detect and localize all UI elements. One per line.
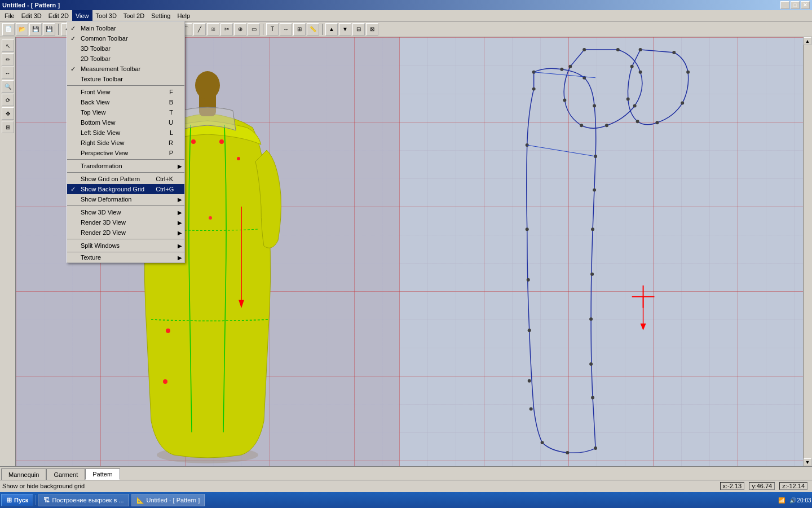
join-btn[interactable]: ⊕ [234,23,246,36]
menu-perspective-view[interactable]: Perspective ViewP [67,148,184,158]
svg-line-43 [527,145,595,156]
svg-point-3 [191,139,196,144]
menu-bottom-view[interactable]: Bottom ViewU [67,117,184,128]
sidebar-extra[interactable]: ⊞ [2,121,14,133]
flatten2-btn[interactable]: ⊠ [366,23,378,36]
titlebar-controls: _ □ ✕ [780,1,810,9]
menu-show-3d-view[interactable]: Show 3D View ▶ [67,207,184,217]
tab-pattern[interactable]: Pattern [85,468,120,480]
tray-clock: 20:03 [800,496,809,505]
app2-label: Untitled - [ Pattern ] [147,497,200,503]
sidebar-pan[interactable]: ✥ [2,107,14,120]
flatten-btn[interactable]: ⊟ [352,23,365,36]
down-btn[interactable]: ▼ [339,23,351,36]
coord-y: y:46.74 [749,482,775,490]
menu-edit2d[interactable]: Edit 2D [45,10,72,21]
menu-tool2d[interactable]: Tool 2D [120,10,148,21]
scroll-down[interactable]: ▼ [804,458,811,466]
svg-point-48 [593,189,596,192]
menu-view[interactable]: View [72,10,92,21]
menu-render-2d-view[interactable]: Render 2D View ▶ [67,227,184,238]
menu-split-windows[interactable]: Split Windows ▶ [67,240,184,251]
split-windows-section: Split Windows ▶ [67,239,184,252]
ruler-btn[interactable]: 📏 [307,23,319,36]
toolbar-section: ✓ Main Toolbar ✓ Common Toolbar 3D Toolb… [67,22,184,86]
coord-z: z:-12.14 [779,482,807,490]
line-btn[interactable]: ╱ [193,23,206,36]
svg-point-22 [686,71,690,74]
menu-show-grid-pattern[interactable]: Show Grid on PatternCtrl+K [67,174,184,184]
erase-btn[interactable]: ▭ [248,23,260,36]
menu-render-3d-view[interactable]: Render 3D View ▶ [67,217,184,227]
text-btn[interactable]: T [266,23,279,36]
save-button[interactable]: 💾 [29,23,42,36]
tray-network[interactable]: 📶 [777,496,786,505]
menu-transformation[interactable]: Transformation ▶ [67,161,184,171]
scroll-up[interactable]: ▲ [804,37,811,45]
render-section: Show 3D View ▶ Render 3D View ▶ Render 2… [67,206,184,239]
menu-setting[interactable]: Setting [148,10,174,21]
taskbar-sep1 [36,495,36,505]
taskbar-app2[interactable]: 📐 Untitled - [ Pattern ] [131,494,205,506]
sidebar-zoom[interactable]: 🔍 [2,80,14,93]
measure-btn[interactable]: ↔ [280,23,292,36]
new-button[interactable]: 📄 [2,23,15,36]
app1-label: Построение выкроек в ... [52,497,123,503]
show3d-arrow: ▶ [178,209,182,216]
menu-file[interactable]: File [1,10,18,21]
sidebar-draw[interactable]: ✏ [2,53,14,65]
split-arrow: ▶ [178,243,182,249]
svg-point-36 [594,446,597,450]
svg-point-25 [636,120,639,123]
svg-point-12 [582,48,586,51]
menu-right-side-view[interactable]: Right Side ViewR [67,138,184,148]
menu-measurement-toolbar[interactable]: ✓ Measurement Toolbar [67,64,184,74]
menu-show-deformation[interactable]: Show Deformation ▶ [67,194,184,204]
transformation-section: Transformation ▶ [67,160,184,173]
statusbar: Show or hide background grid x:-2.13 y:4… [0,480,812,491]
menu-edit3d[interactable]: Edit 3D [18,10,45,21]
taskbar-app1[interactable]: 🏗 Построение выкроек в ... [38,494,129,506]
menu-show-background-grid[interactable]: ✓ Show Background GridCtrl+G [67,184,184,194]
menu-3d-toolbar[interactable]: 3D Toolbar [67,43,184,54]
menu-left-side-view[interactable]: Left Side ViewL [67,128,184,138]
2d-view[interactable] [399,37,803,466]
svg-point-41 [532,87,536,91]
menu-tool3d[interactable]: Tool 3D [92,10,120,21]
svg-line-42 [534,72,595,78]
sidebar-rotate[interactable]: ⟳ [2,94,14,106]
menu-texture-toolbar[interactable]: Texture Toolbar [67,74,184,84]
up-btn[interactable]: ▲ [325,23,338,36]
sidebar-measure[interactable]: ↔ [2,67,14,79]
save-as-button[interactable]: 💾 [43,23,55,36]
menu-main-toolbar[interactable]: ✓ Main Toolbar [67,23,184,33]
maximize-button[interactable]: □ [791,1,800,9]
checkmark-main-toolbar: ✓ [70,25,76,32]
deformation-arrow: ▶ [178,196,182,203]
menu-texture[interactable]: Texture ▶ [67,252,184,262]
close-button[interactable]: ✕ [801,1,810,9]
start-button[interactable]: ⊞ Пуск [1,494,33,506]
menu-front-view[interactable]: Front ViewF [67,87,184,97]
svg-point-35 [591,396,594,400]
cut-btn[interactable]: ✂ [220,23,233,36]
open-button[interactable]: 📂 [16,23,28,36]
svg-point-39 [526,227,529,231]
tray-volume[interactable]: 🔊 [788,496,797,505]
tab-garment[interactable]: Garment [46,468,85,480]
sidebar-select[interactable]: ↖ [2,40,14,52]
app2-icon: 📐 [136,497,144,504]
menu-back-view[interactable]: Back ViewB [67,97,184,107]
minimize-button[interactable]: _ [780,1,789,9]
right-scrollbar[interactable]: ▲ ▼ [803,37,812,466]
taskbar: ⊞ Пуск 🏗 Построение выкроек в ... 📐 Unti… [0,492,812,508]
svg-point-37 [541,441,544,444]
bottom-tabs: Mannequin Garment Pattern [0,466,812,480]
menu-top-view[interactable]: Top ViewT [67,107,184,117]
menu-common-toolbar[interactable]: ✓ Common Toolbar [67,33,184,43]
tab-mannequin[interactable]: Mannequin [1,468,46,480]
menu-2d-toolbar[interactable]: 2D Toolbar [67,54,184,64]
bezier-btn[interactable]: ≋ [207,23,219,36]
grid-btn[interactable]: ⊞ [293,23,306,36]
menu-help[interactable]: Help [174,10,193,21]
